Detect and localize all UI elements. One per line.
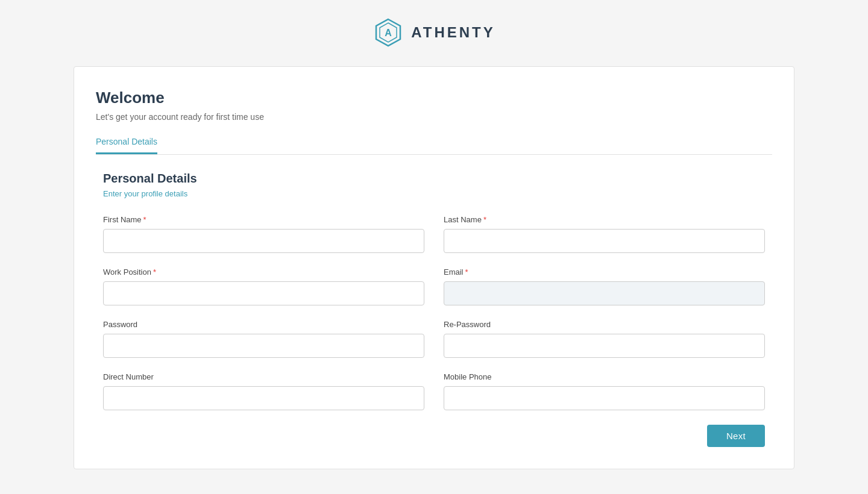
mobile-phone-input[interactable] (444, 386, 765, 410)
form-actions: Next (103, 425, 765, 447)
work-position-input[interactable] (103, 281, 424, 305)
welcome-subtitle: Let's get your account ready for first t… (96, 112, 772, 122)
direct-number-group: Direct Number (103, 372, 424, 410)
section-subtitle: Enter your profile details (103, 189, 765, 198)
first-name-group: First Name* (103, 215, 424, 253)
email-group: Email* (444, 267, 765, 305)
form-row-passwords: Password Re-Password (103, 320, 765, 358)
logo-text: ATHENTY (411, 24, 495, 41)
email-required: * (465, 267, 468, 277)
password-input[interactable] (103, 334, 424, 358)
repassword-label: Re-Password (444, 320, 765, 329)
main-card: Welcome Let's get your account ready for… (74, 66, 794, 469)
repassword-input[interactable] (444, 334, 765, 358)
first-name-input[interactable] (103, 229, 424, 253)
next-button[interactable]: Next (707, 425, 765, 447)
last-name-required: * (483, 215, 486, 224)
repassword-group: Re-Password (444, 320, 765, 358)
first-name-required: * (143, 215, 146, 224)
email-label: Email* (444, 267, 765, 277)
tab-personal-details[interactable]: Personal Details (96, 137, 157, 154)
work-position-label: Work Position* (103, 267, 424, 277)
mobile-phone-group: Mobile Phone (444, 372, 765, 410)
last-name-input[interactable] (444, 229, 765, 253)
section-title: Personal Details (103, 172, 765, 186)
password-group: Password (103, 320, 424, 358)
form-row-name: First Name* Last Name* (103, 215, 765, 253)
work-position-required: * (153, 267, 156, 277)
direct-number-input[interactable] (103, 386, 424, 410)
form-section: Personal Details Enter your profile deta… (96, 172, 772, 447)
welcome-title: Welcome (96, 89, 772, 107)
header: A ATHENTY (0, 0, 868, 60)
mobile-phone-label: Mobile Phone (444, 372, 765, 381)
last-name-group: Last Name* (444, 215, 765, 253)
work-position-group: Work Position* (103, 267, 424, 305)
svg-text:A: A (385, 28, 392, 38)
last-name-label: Last Name* (444, 215, 765, 224)
athenty-logo-icon: A (373, 17, 404, 48)
email-input[interactable] (444, 281, 765, 305)
form-row-phones: Direct Number Mobile Phone (103, 372, 765, 410)
logo: A ATHENTY (373, 17, 495, 48)
password-label: Password (103, 320, 424, 329)
tab-bar: Personal Details (96, 136, 772, 155)
direct-number-label: Direct Number (103, 372, 424, 381)
first-name-label: First Name* (103, 215, 424, 224)
form-row-position-email: Work Position* Email* (103, 267, 765, 305)
